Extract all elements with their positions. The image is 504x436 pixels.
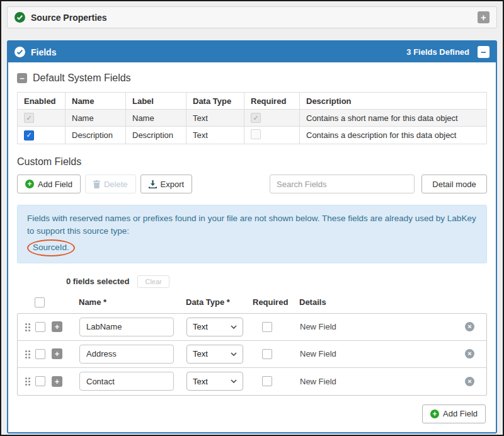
remove-field-button[interactable]: × bbox=[465, 377, 474, 386]
fields-panel: Fields 3 Fields Defined − − Default Syst… bbox=[7, 40, 497, 433]
footer: Cancel Finish Creating Source Type bbox=[1, 433, 503, 436]
default-system-fields-title: Default System Fields bbox=[33, 72, 131, 84]
check-circle-icon bbox=[14, 47, 25, 57]
collapse-section-icon[interactable]: − bbox=[17, 73, 27, 83]
chevron-down-icon bbox=[231, 325, 237, 329]
field-details: New Field bbox=[300, 322, 465, 331]
cell-name: Description bbox=[66, 127, 126, 144]
fields-defined-count: 3 Fields Defined bbox=[406, 47, 469, 57]
data-type-select[interactable]: Text bbox=[186, 345, 243, 364]
required-checkbox[interactable] bbox=[262, 376, 272, 386]
fields-grid-rows: + Text New Field × bbox=[17, 313, 487, 396]
row-checkbox[interactable] bbox=[35, 376, 45, 386]
col-header-name: Name bbox=[66, 93, 126, 110]
row-checkbox[interactable] bbox=[35, 322, 45, 332]
export-button[interactable]: Export bbox=[140, 175, 193, 193]
col-header-data-type: Data Type bbox=[186, 93, 244, 110]
field-details: New Field bbox=[300, 377, 465, 386]
source-properties-title: Source Properties bbox=[31, 13, 478, 23]
highlighted-term: SourceId. bbox=[33, 243, 69, 252]
clear-selection-button[interactable]: Clear bbox=[137, 275, 169, 288]
required-checkbox[interactable] bbox=[262, 322, 272, 332]
col-header-enabled: Enabled bbox=[18, 93, 66, 110]
enabled-checkbox: ✓ bbox=[24, 113, 34, 123]
chevron-down-icon bbox=[231, 352, 237, 356]
select-all-checkbox[interactable] bbox=[35, 297, 45, 307]
selection-summary-row: 0 fields selected Clear bbox=[66, 275, 487, 288]
field-name-input[interactable] bbox=[79, 345, 174, 364]
drag-handle-icon[interactable] bbox=[25, 350, 30, 359]
fields-panel-title: Fields bbox=[31, 47, 406, 57]
drag-handle-icon[interactable] bbox=[25, 323, 30, 331]
download-icon bbox=[149, 180, 157, 188]
trash-icon bbox=[93, 180, 100, 188]
source-properties-panel-header: Source Properties + bbox=[7, 6, 497, 28]
expand-field-button[interactable]: + bbox=[52, 348, 62, 359]
grid-header-required: Required bbox=[253, 297, 293, 307]
cell-description: Contains a description for this data obj… bbox=[300, 127, 487, 144]
remove-field-button[interactable]: × bbox=[465, 349, 474, 359]
page: Source Properties + Fields 3 Fields Defi… bbox=[0, 0, 504, 436]
chevron-down-icon bbox=[231, 379, 237, 383]
field-row: + Text New Field × bbox=[18, 368, 486, 395]
default-system-fields-table: Enabled Name Label Data Type Required De… bbox=[17, 92, 487, 144]
add-field-button-bottom[interactable]: + Add Field bbox=[422, 404, 486, 423]
detail-mode-button[interactable]: Detail mode bbox=[421, 175, 487, 193]
add-field-button[interactable]: + Add Field bbox=[17, 175, 81, 193]
add-field-row: + Add Field bbox=[18, 404, 486, 423]
cell-data-type: Text bbox=[186, 110, 244, 127]
grid-header-data-type: Data Type * bbox=[186, 297, 243, 307]
drag-handle-icon[interactable] bbox=[25, 377, 30, 386]
cell-label: Name bbox=[126, 110, 186, 127]
sourceid-annotation: SourceId. bbox=[27, 239, 75, 256]
col-header-label: Label bbox=[126, 93, 186, 110]
fields-selected-count: 0 fields selected bbox=[66, 277, 129, 286]
remove-field-button[interactable]: × bbox=[465, 322, 474, 331]
field-row: + Text New Field × bbox=[18, 314, 486, 341]
table-row: ✓ Name Name Text ✓ Contains a short name… bbox=[18, 110, 487, 127]
delete-button[interactable]: Delete bbox=[85, 175, 136, 193]
fields-grid-header: Name * Data Type * Required Details bbox=[17, 297, 487, 307]
row-checkbox[interactable] bbox=[35, 349, 45, 359]
expand-field-button[interactable]: + bbox=[52, 376, 62, 387]
table-row: ✓ Description Description Text Contains … bbox=[18, 127, 487, 144]
data-type-select[interactable]: Text bbox=[186, 318, 243, 336]
enabled-checkbox[interactable]: ✓ bbox=[24, 130, 34, 141]
expand-field-button[interactable]: + bbox=[52, 321, 62, 332]
field-row: + Text New Field × bbox=[18, 341, 486, 368]
custom-fields-toolbar: + Add Field Delete Export D bbox=[17, 175, 487, 193]
cell-description: Contains a short name for this data obje… bbox=[300, 110, 487, 127]
grid-header-details: Details bbox=[299, 297, 466, 307]
field-name-input[interactable] bbox=[79, 372, 174, 391]
data-type-select[interactable]: Text bbox=[186, 372, 243, 391]
plus-circle-icon: + bbox=[430, 410, 439, 418]
field-details: New Field bbox=[300, 349, 465, 359]
search-fields-input[interactable] bbox=[270, 175, 415, 193]
fields-panel-body: − Default System Fields Enabled Name Lab… bbox=[8, 62, 496, 432]
required-checkbox[interactable] bbox=[262, 349, 272, 359]
required-checkbox[interactable] bbox=[251, 129, 261, 139]
alert-message: Fields with reserved names or prefixes f… bbox=[27, 214, 476, 236]
expand-panel-button[interactable]: + bbox=[478, 11, 490, 23]
custom-fields-title: Custom Fields bbox=[17, 156, 487, 168]
col-header-description: Description bbox=[300, 93, 487, 110]
check-circle-icon bbox=[14, 12, 25, 23]
field-name-input[interactable] bbox=[79, 318, 174, 336]
cell-data-type: Text bbox=[186, 127, 244, 144]
cell-name: Name bbox=[66, 110, 126, 127]
collapse-panel-button[interactable]: − bbox=[478, 46, 490, 58]
required-checkbox: ✓ bbox=[251, 113, 261, 123]
fields-panel-header: Fields 3 Fields Defined − bbox=[8, 42, 496, 62]
default-system-fields-header: − Default System Fields bbox=[17, 72, 487, 84]
grid-header-name: Name * bbox=[79, 297, 173, 307]
plus-circle-icon: + bbox=[25, 180, 34, 188]
reserved-fields-alert: Fields with reserved names or prefixes f… bbox=[17, 205, 487, 263]
col-header-required: Required bbox=[244, 93, 300, 110]
cell-label: Description bbox=[126, 127, 186, 144]
